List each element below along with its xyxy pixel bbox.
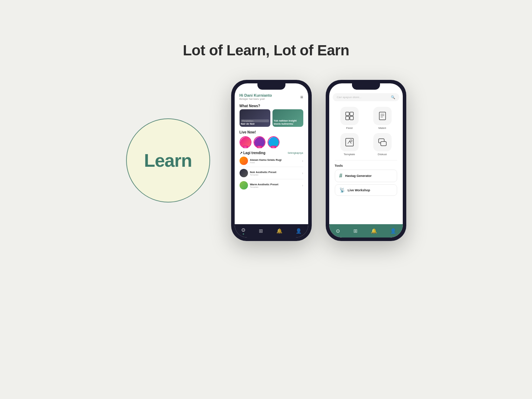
trend-sub-3: Template	[250, 186, 300, 188]
content-row: Learn Hi Dani Kurnianto Belajar hal baru…	[126, 80, 406, 241]
trend-arrow-3: ›	[302, 184, 303, 187]
trend-name-1: Alasan Kamu Selalu Rugi	[250, 158, 300, 161]
live-avatars: Live Live Live	[240, 136, 303, 148]
live-now-title: Live Now!	[240, 130, 303, 135]
grid-item-diskusi[interactable]: Diskusi	[368, 133, 397, 156]
bell2-icon[interactable]: 🔔	[371, 228, 377, 234]
svg-rect-3	[350, 116, 353, 120]
svg-rect-8	[346, 138, 353, 146]
trend-item-1[interactable]: Alasan Kamu Selalu Rugi Feed ›	[240, 155, 303, 167]
live-badge-1: Live	[243, 146, 248, 148]
nav1-home[interactable]: ⊙	[241, 227, 246, 235]
phone2-screen: Cari apapun disini... 🔍	[329, 83, 403, 238]
trend-sub-1: Feed	[250, 161, 300, 164]
hashtag-label: Hastag Generator	[345, 174, 372, 178]
search-placeholder: Cari apapun disini...	[337, 96, 389, 99]
feed-label: Feed	[346, 126, 352, 130]
template-label: Template	[344, 153, 355, 156]
live-section: Live Now! Live Live Live	[235, 129, 308, 150]
nav-dot	[243, 233, 244, 235]
svg-rect-1	[350, 112, 353, 116]
news-card1-tag: #Templatebaru	[241, 119, 269, 122]
phone1-subtitle: Belajar hal baru yuk!	[240, 97, 272, 101]
trend-info-3: Warm Aesthetic Preset Template	[250, 183, 300, 188]
svg-rect-0	[346, 112, 349, 116]
news-cards: #Templatebaru Nair de Noir Yuk naikkan i…	[235, 109, 308, 127]
trend-name-2: Noir Aesthetic Preset	[250, 171, 300, 174]
news-card1-title: Nair de Noir	[241, 123, 269, 125]
tools-section: Tools # Hastag Generator 📡 Live Workshop	[329, 163, 403, 199]
live-avatar-1[interactable]: Live	[240, 136, 251, 148]
grid-icon[interactable]: ⊞	[259, 228, 263, 234]
hamburger-icon[interactable]: ≡	[300, 94, 303, 100]
divider	[335, 160, 397, 160]
user-icon[interactable]: 👤	[296, 228, 302, 234]
phone1-screen: Hi Dani Kurnianto Belajar hal baru yuk! …	[235, 83, 308, 238]
grid-item-feed[interactable]: Feed	[335, 107, 364, 130]
phone1-greeting: Hi Dani Kurnianto	[240, 93, 272, 97]
phones-area: Hi Dani Kurnianto Belajar hal baru yuk! …	[231, 80, 406, 241]
grid-item-materi[interactable]: Materi	[368, 107, 397, 130]
trend-arrow-1: ›	[302, 159, 303, 163]
hashtag-icon: #	[339, 173, 343, 179]
phone2-bottom-nav: ⊙ ⊞ 🔔 👤	[329, 224, 403, 238]
trending-section: ↗ Lagi trending Selengkapnya Alasan Kamu…	[235, 150, 308, 192]
trend-arrow-2: ›	[302, 171, 303, 175]
tools-title: Tools	[335, 164, 397, 167]
live-badge-2: Live	[257, 146, 262, 148]
trend-thumb-1	[240, 157, 248, 165]
diskusi-label: Diskusi	[378, 153, 387, 156]
svg-rect-4	[379, 112, 386, 120]
compass-icon[interactable]: ⊙	[336, 228, 340, 234]
tool-workshop[interactable]: 📡 Live Workshop	[335, 184, 397, 196]
live-avatar-3[interactable]: Live	[268, 136, 279, 148]
grid-item-template[interactable]: Template	[335, 133, 364, 156]
materi-label: Materi	[378, 126, 386, 130]
live-avatar-2[interactable]: Live	[254, 136, 265, 148]
phone1-user-info: Hi Dani Kurnianto Belajar hal baru yuk!	[240, 93, 272, 101]
workshop-label: Live Workshop	[348, 188, 370, 192]
svg-point-9	[350, 140, 352, 142]
trend-thumb-2	[240, 169, 248, 177]
trend-item-3[interactable]: Warm Aesthetic Preset Template ›	[240, 179, 303, 191]
trend-name-3: Warm Aesthetic Preset	[250, 183, 300, 186]
icons-grid: Feed Materi	[329, 105, 403, 158]
trend-sub-2: Template	[250, 174, 300, 176]
trending-title: ↗ Lagi trending	[240, 151, 265, 155]
materi-icon-box	[373, 107, 392, 125]
trending-header: ↗ Lagi trending Selengkapnya	[240, 151, 303, 155]
news-card-2[interactable]: Yuk naikkan insight bisnis kulinermu	[272, 109, 303, 127]
phone1-bottom-nav: ⊙ ⊞ 🔔 👤	[235, 224, 308, 238]
tool-hashtag[interactable]: # Hastag Generator	[335, 170, 397, 182]
search-icon: 🔍	[391, 95, 395, 99]
diskusi-icon-box	[373, 133, 392, 151]
trend-item-2[interactable]: Noir Aesthetic Preset Template ›	[240, 167, 303, 179]
what-news-title: What News?	[235, 103, 308, 109]
learn-circle: Learn	[126, 118, 210, 202]
svg-rect-11	[381, 142, 386, 146]
trending-more[interactable]: Selengkapnya	[288, 152, 303, 154]
news-card2-title: Yuk naikkan insight bisnis kulinermu	[274, 119, 302, 125]
feed-icon-box	[340, 107, 359, 125]
page-title: Lot of Learn, Lot of Earn	[183, 42, 349, 59]
template-icon-box	[340, 133, 359, 151]
phone2-frame: Cari apapun disini... 🔍	[326, 80, 406, 241]
user2-icon[interactable]: 👤	[390, 228, 396, 234]
bell-icon[interactable]: 🔔	[276, 228, 282, 234]
trend-thumb-3	[240, 181, 248, 190]
trend-info-2: Noir Aesthetic Preset Template	[250, 171, 300, 176]
phone1-notch	[257, 83, 285, 90]
workshop-icon: 📡	[339, 187, 345, 193]
news-card-1[interactable]: #Templatebaru Nair de Noir	[240, 109, 270, 127]
phone1-frame: Hi Dani Kurnianto Belajar hal baru yuk! …	[231, 80, 312, 241]
live-badge-3: Live	[271, 146, 276, 148]
search-bar[interactable]: Cari apapun disini... 🔍	[333, 93, 399, 101]
trend-info-1: Alasan Kamu Selalu Rugi Feed	[250, 158, 300, 164]
home-icon: ⊙	[241, 227, 246, 233]
learn-circle-text: Learn	[144, 150, 192, 171]
phone2-notch	[352, 83, 380, 90]
grid2-icon[interactable]: ⊞	[353, 228, 358, 234]
svg-rect-2	[346, 116, 349, 120]
